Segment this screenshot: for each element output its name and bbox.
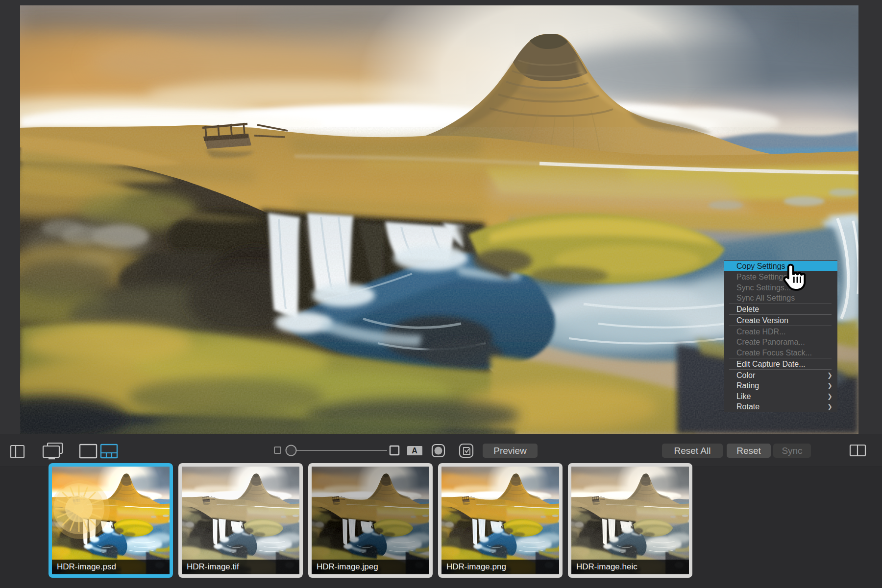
svg-text:A: A [412, 447, 417, 455]
